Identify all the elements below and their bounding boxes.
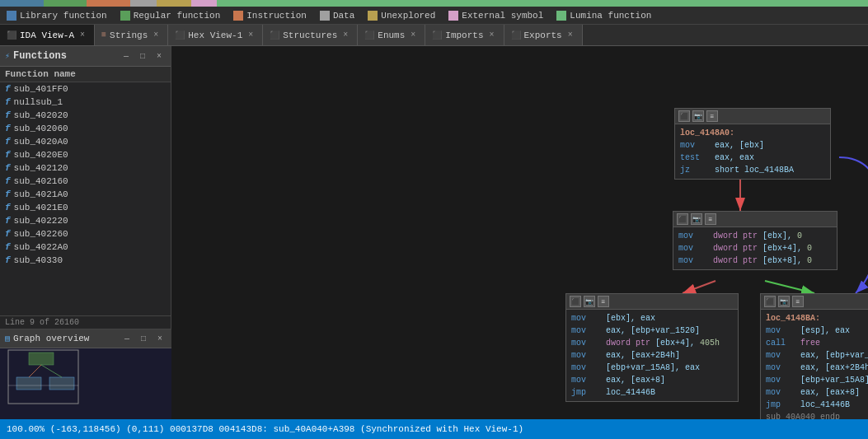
node3-line1: mov [ebx], eax [571,312,733,325]
node2-line1: mov dword ptr [ebx], 0 [678,230,832,242]
node4-line7: jmp loc_41446B [766,399,868,411]
fn-list-item[interactable]: fsub_402260 [0,227,171,241]
fn-list-item[interactable]: fsub_4021E0 [0,201,171,214]
fn-list-item[interactable]: fsub_4020A0 [0,135,171,148]
fn-name: sub_4021E0 [14,203,68,212]
tab-strings-close[interactable]: × [151,30,161,40]
node2-line2: mov dword ptr [ebx+4], 0 [678,242,832,255]
graph-overview-restore-btn[interactable]: □ [137,332,150,345]
fn-icon: f [5,216,11,226]
status-bar: 100.00% (-163,118456) (0,111) 000137D8 0… [0,419,868,439]
node4-btn3[interactable]: ≡ [792,296,804,307]
graph-overview-close-btn[interactable]: × [153,332,167,345]
fn-name: sub_402120 [14,163,68,173]
node2-btn2[interactable]: 📷 [691,213,702,225]
node2-btn1[interactable]: ⬛ [677,213,688,225]
fn-list-item[interactable]: fsub_4022A0 [0,241,171,254]
node3-btn3[interactable]: ≡ [598,296,609,307]
fn-list-item[interactable]: fsub_402120 [0,161,171,175]
graph-node-3-header: ⬛ 📷 ≡ [566,294,738,310]
tab-hex-close[interactable]: × [246,30,256,40]
legend-data-dot [320,11,330,21]
fn-list-item[interactable]: fsub_4020E0 [0,148,171,161]
tab-imports[interactable]: ⬛ Imports × [425,25,504,46]
graph-overview-minimize-btn[interactable]: — [120,332,134,345]
fn-list-item[interactable]: fsub_401FF0 [0,82,171,96]
tab-strings-label: Strings [110,30,148,40]
tab-enums[interactable]: ⬛ Enums × [358,25,425,46]
functions-close-btn[interactable]: × [152,49,166,63]
fn-icon: f [5,110,11,120]
fn-icon: f [5,124,11,133]
tab-enums-close[interactable]: × [408,30,418,40]
node4-line3: mov eax, [ebp+var_1520] [766,349,868,362]
node4-line6: mov eax, [eax+8] [766,386,868,399]
graph-area[interactable]: ⬛ 📷 ≡ loc_4148A0: mov eax, [ebx] test ea… [171,46,868,419]
graph-node-4[interactable]: ⬛ 📷 ≡ loc_4148BA: mov [esp], eax call fr… [760,293,868,419]
node3-line4: mov eax, [eax+2B4h] [571,349,733,362]
node4-line5: mov [ebp+var_15A8], eax [766,374,868,386]
node4-line2: call free [766,337,868,349]
fn-list-item[interactable]: fsub_402060 [0,122,171,135]
fn-list[interactable]: fsub_401FF0fnullsub_1fsub_402020fsub_402… [0,82,171,315]
fn-icon: f [5,97,11,107]
graph-overview-header: ▤ Graph overview — □ × [0,329,171,348]
fn-name: sub_4021A0 [14,189,68,199]
node4-btn2[interactable]: 📷 [778,296,790,307]
fn-icon: f [5,229,11,239]
tab-ida-view-a[interactable]: ⬛ IDA View-A × [0,25,95,46]
legend-external-label: External symbol [462,11,543,21]
node1-btn2[interactable]: 📷 [692,110,704,122]
tab-structures-close[interactable]: × [340,30,350,40]
fn-icon: f [5,203,11,212]
node3-btn1[interactable]: ⬛ [570,296,581,307]
node3-line5: mov [ebp+var_15A8], eax [571,362,733,374]
functions-restore-btn[interactable]: □ [136,49,149,63]
graph-node-2-header: ⬛ 📷 ≡ [673,212,837,227]
fn-list-item[interactable]: fsub_402160 [0,175,171,188]
tab-enums-label: Enums [378,30,405,40]
tab-hex-label: Hex View-1 [188,30,242,40]
legend-data-label: Data [333,11,354,21]
node1-btn3[interactable]: ≡ [706,110,718,122]
tab-hex-view[interactable]: ⬛ Hex View-1 × [168,25,263,46]
functions-icon: ⚡ [5,51,10,61]
legend-instruction: Instruction [233,11,307,21]
tab-exports-close[interactable]: × [565,30,575,40]
graph-node-1[interactable]: ⬛ 📷 ≡ loc_4148A0: mov eax, [ebx] test ea… [674,108,831,180]
tab-structures[interactable]: ⬛ Structures × [263,25,358,46]
color-bar [0,0,868,7]
fn-icon: f [5,242,11,252]
graph-node-2[interactable]: ⬛ 📷 ≡ mov dword ptr [ebx], 0 mov dword p… [673,211,838,270]
graph-node-3[interactable]: ⬛ 📷 ≡ mov [ebx], eax mov eax, [ebp+var_1… [565,293,739,402]
tab-structures-label: Structures [283,30,337,40]
fn-name: sub_402020 [14,110,68,120]
svg-line-3 [29,365,41,377]
legend-bar: Library function Regular function Instru… [0,7,868,25]
graph-node-2-content: mov dword ptr [ebx], 0 mov dword ptr [eb… [673,227,837,269]
graph-node-1-content: loc_4148A0: mov eax, [ebx] test eax, eax… [675,124,830,179]
fn-list-item[interactable]: fsub_402020 [0,109,171,122]
svg-line-4 [41,365,62,377]
node4-btn1[interactable]: ⬛ [764,296,776,307]
tab-exports[interactable]: ⬛ Exports × [504,25,583,46]
legend-unexplored: Unexplored [368,11,435,21]
tab-imports-close[interactable]: × [487,30,497,40]
fn-name: sub_402260 [14,229,68,239]
tab-ida-close[interactable]: × [77,30,87,40]
fn-icon: f [5,163,11,173]
graph-node-1-header: ⬛ 📷 ≡ [675,109,830,124]
functions-panel: ⚡ Functions — □ × Function name fsub_401… [0,46,171,329]
fn-list-item[interactable]: fsub_402220 [0,214,171,227]
node2-btn3[interactable]: ≡ [705,213,716,225]
fn-col-header: Function name [0,67,171,82]
node3-btn2[interactable]: 📷 [584,296,595,307]
fn-list-item[interactable]: fsub_40330 [0,254,171,267]
graph-node-4-header: ⬛ 📷 ≡ [761,294,868,310]
node1-btn1[interactable]: ⬛ [678,110,690,122]
fn-list-item[interactable]: fsub_4021A0 [0,188,171,201]
fn-list-item[interactable]: fnullsub_1 [0,96,171,109]
tab-strings[interactable]: ≡ Strings × [95,25,168,46]
legend-instruction-label: Instruction [246,11,307,21]
functions-minimize-btn[interactable]: — [120,49,133,63]
